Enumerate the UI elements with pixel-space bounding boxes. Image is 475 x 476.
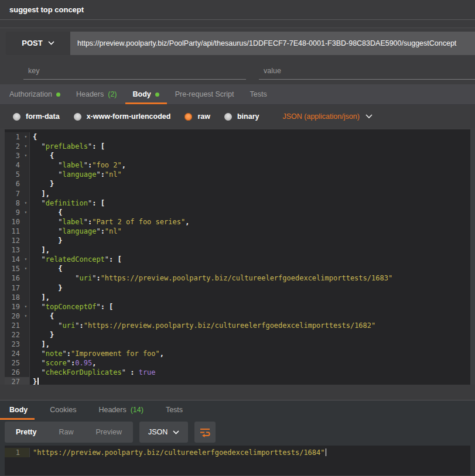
green-dot-indicator [155,93,159,97]
code-line[interactable]: 26 "checkForDuplicates" : true [5,368,470,377]
code-line[interactable]: 16 "uri":"https://preview.poolparty.biz/… [5,273,470,283]
body-mode-radio-binary[interactable]: binary [224,112,259,121]
view-mode-preview[interactable]: Preview [84,422,132,443]
fold-gutter [22,236,30,245]
code-line[interactable]: 19▾ "topConceptOf": [ [5,302,470,311]
code-text: { [30,208,63,217]
code-line[interactable]: 20▾ { [5,311,470,321]
code-line[interactable]: 12 } [5,236,470,245]
line-number: 1 [5,448,22,457]
code-text: } [30,179,54,189]
tab-headers[interactable]: Headers(2) [76,84,117,104]
tab-authorization[interactable]: Authorization [9,84,60,104]
code-text: "topConceptOf": [ [30,302,113,311]
fold-gutter [22,349,30,358]
code-line[interactable]: 1▾{ [5,132,470,142]
tab-body[interactable]: Body [133,84,159,104]
fold-arrow-icon[interactable]: ▾ [22,142,30,151]
fold-arrow-icon[interactable]: ▾ [22,264,30,273]
fold-arrow-icon[interactable]: ▾ [22,132,30,142]
url-input[interactable] [70,32,475,55]
line-number: 21 [5,321,22,330]
tab-tests[interactable]: Tests [250,84,266,104]
line-number: 23 [5,340,22,349]
response-tab-headers[interactable]: Headers(14) [98,400,143,419]
code-text: "prefLabels": [ [30,142,105,151]
view-mode-raw[interactable]: Raw [47,422,84,443]
code-line[interactable]: 7 ], [5,189,470,198]
code-line[interactable]: 15▾ { [5,264,470,273]
code-line[interactable]: 27} [5,377,470,385]
fold-arrow-icon[interactable]: ▾ [22,302,30,311]
chevron-down-icon [48,41,54,45]
tab-pre-request-script[interactable]: Pre-request Script [175,84,234,104]
body-mode-radio-form-data[interactable]: form-data [13,112,60,121]
code-line[interactable]: 9▾ { [5,208,470,217]
fold-arrow-icon[interactable]: ▾ [22,255,30,264]
line-number: 13 [5,245,22,255]
fold-arrow-icon[interactable]: ▾ [22,208,30,217]
param-key-input[interactable] [23,63,246,80]
code-text: { [30,311,54,321]
request-body-editor[interactable]: 1▾{2▾ "prefLabels": [3▾ {4 "label":"foo … [5,129,470,385]
section-divider [0,385,475,400]
wrap-text-button[interactable] [194,422,216,443]
fold-gutter [22,321,30,330]
body-mode-radio-x-www-form-urlencoded[interactable]: x-www-form-urlencoded [74,112,171,121]
fold-arrow-icon[interactable]: ▾ [22,151,30,160]
fold-gutter [22,217,30,227]
code-line[interactable]: 3▾ { [5,151,470,160]
method-dropdown[interactable]: POST [6,32,70,55]
tab-label: Pre-request Script [175,90,234,98]
code-line[interactable]: 10 "label":"Part 2 of foo series", [5,217,470,227]
code-line[interactable]: 14▾ "relatedConcept": [ [5,255,470,264]
fold-gutter [22,273,30,283]
code-text: "label":"foo 2", [30,160,126,170]
code-text: "uri":"https://preview.poolparty.biz/cul… [30,273,392,283]
line-number: 24 [5,349,22,358]
response-tab-cookies[interactable]: Cookies [50,400,76,419]
chevron-down-icon [365,114,373,119]
code-line[interactable]: 22 } [5,330,470,340]
tab-label: Tests [250,90,266,98]
fold-gutter [22,283,30,293]
code-line[interactable]: 13 ], [5,245,470,255]
code-line[interactable]: 23 ], [5,340,470,349]
fold-gutter [22,330,30,340]
response-section: BodyCookiesHeaders(14)Tests PrettyRawPre… [0,400,475,475]
fold-arrow-icon[interactable]: ▾ [22,198,30,208]
code-line[interactable]: 6 } [5,179,470,189]
response-toolbar: PrettyRawPreview JSON [0,419,475,445]
content-type-dropdown[interactable]: JSON (application/json) [282,112,372,121]
request-bar: POST [6,32,475,55]
code-line[interactable]: 1"https://preview.poolparty.biz/culturee… [5,448,470,457]
code-line[interactable]: 8▾ "definition": [ [5,198,470,208]
param-value-input[interactable] [259,63,475,80]
code-line[interactable]: 17 } [5,283,470,293]
code-line[interactable]: 4 "label":"foo 2", [5,160,470,170]
body-mode-row: form-datax-www-form-urlencodedrawbinary … [0,105,475,128]
view-mode-pretty[interactable]: Pretty [5,422,47,443]
code-line[interactable]: 25 "score":0.95, [5,358,470,368]
code-line[interactable]: 2▾ "prefLabels": [ [5,142,470,151]
code-text: "https://preview.poolparty.biz/cultureel… [30,448,326,457]
fold-gutter [22,368,30,377]
code-line[interactable]: 21 "uri":"https://preview.poolparty.biz/… [5,321,470,330]
fold-gutter [22,160,30,170]
line-number: 3 [5,151,22,160]
response-tab-tests[interactable]: Tests [166,400,183,419]
code-line[interactable]: 24 "note":"Improvement for foo", [5,349,470,358]
code-text: "checkForDuplicates" : true [30,368,156,377]
response-tab-body[interactable]: Body [9,400,28,419]
code-line[interactable]: 11 "language":"nl" [5,227,470,236]
radio-label: raw [197,112,210,121]
body-mode-radio-raw[interactable]: raw [184,112,210,121]
code-line[interactable]: 5 "language":"nl" [5,170,470,179]
code-line[interactable]: 18 ], [5,293,470,302]
response-format-dropdown[interactable]: JSON [139,422,188,443]
code-text: { [30,151,54,160]
fold-arrow-icon[interactable]: ▾ [22,311,30,321]
method-label: POST [22,39,42,47]
radio-icon [13,113,20,121]
response-body-editor[interactable]: 1"https://preview.poolparty.biz/culturee… [5,446,470,475]
